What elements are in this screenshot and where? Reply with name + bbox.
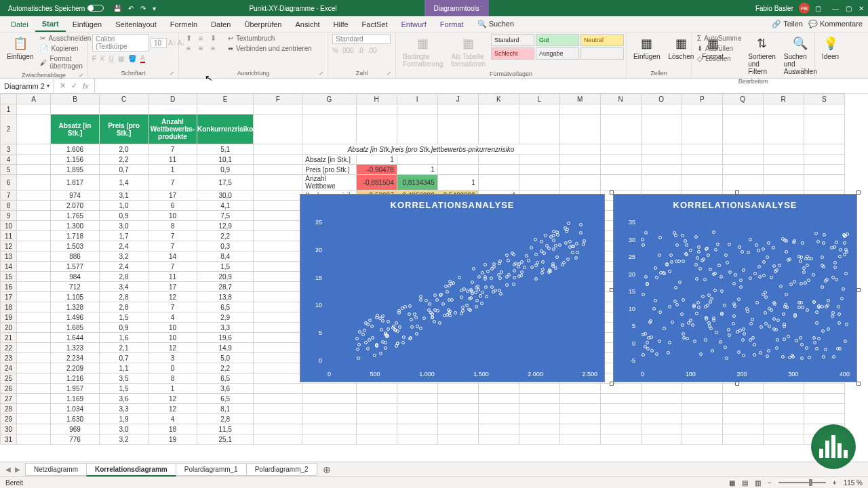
tab-ueberpruefen[interactable]: Überprüfen xyxy=(237,18,288,31)
grow-font-icon[interactable]: A↑ xyxy=(168,39,176,47)
cut-button[interactable]: ✂ Ausschneiden xyxy=(39,34,92,43)
zoom-level[interactable]: 115 % xyxy=(844,479,863,487)
tab-datei[interactable]: Datei xyxy=(4,18,35,31)
align-top-icon[interactable]: ⬆ xyxy=(183,34,194,43)
minimize-icon[interactable]: — xyxy=(832,5,839,12)
zoom-out-icon[interactable]: − xyxy=(768,479,772,487)
sheet-tab[interactable]: Polardiagramm_1 xyxy=(176,463,247,476)
view-page-icon[interactable]: ▤ xyxy=(742,479,748,487)
ideas-button[interactable]: 💡Ideen xyxy=(819,34,842,62)
paste-button[interactable]: 📋Einfügen xyxy=(4,34,36,62)
sheet-tab-bar: ◀▶ Netzdiagramm Korrelationsdiagramm Pol… xyxy=(0,462,868,476)
tab-daten[interactable]: Daten xyxy=(204,18,237,31)
border-icon[interactable]: ▦ xyxy=(118,55,124,62)
font-size-select[interactable]: 10 xyxy=(151,38,167,48)
fill-color-icon[interactable]: 🪣 xyxy=(128,55,136,62)
ribbon: 📋Einfügen ✂ Ausschneiden 📄 Kopieren 🖌 Fo… xyxy=(0,33,868,79)
copy-button[interactable]: 📄 Kopieren xyxy=(39,44,92,53)
save-icon[interactable]: 💾 xyxy=(113,5,121,12)
fx-icon[interactable]: fx xyxy=(83,82,89,90)
tab-format[interactable]: Format xyxy=(433,18,471,31)
worksheet-grid[interactable]: ABCDEFGHIJKLMNOPQRS12Absatz [in Stk.]Pre… xyxy=(0,94,868,446)
name-box[interactable]: Diagramm 2▾ xyxy=(0,79,54,93)
sheet-tab[interactable]: Polardiagramm_2 xyxy=(246,463,317,476)
sort-filter-button[interactable]: ⇅Sortieren und Filtern xyxy=(745,34,778,77)
chart-tools-context: Diagrammtools xyxy=(425,0,489,16)
chart-korrelation-1[interactable]: KORRELATIONSANALYSE 2520151050 05001.000… xyxy=(300,194,605,382)
tab-hilfe[interactable]: Hilfe xyxy=(327,18,355,31)
enter-formula-icon[interactable]: ✓ xyxy=(71,81,77,90)
format-as-table-button[interactable]: ▦Als Tabelle formatieren xyxy=(448,34,488,69)
tab-factset[interactable]: FactSet xyxy=(355,18,395,31)
ribbon-display-icon[interactable]: ▢ xyxy=(815,5,821,12)
cell-style-gut[interactable]: Gut xyxy=(536,34,579,46)
sheet-tab[interactable]: Korrelationsdiagramm xyxy=(86,463,176,476)
view-normal-icon[interactable]: ▦ xyxy=(729,479,735,487)
maximize-icon[interactable]: ▢ xyxy=(846,5,852,12)
tab-formeln[interactable]: Formeln xyxy=(163,18,204,31)
redo-icon[interactable]: ↷ xyxy=(140,5,146,12)
number-format-select[interactable]: Standard xyxy=(332,34,391,44)
cell-style-neutral[interactable]: Neutral xyxy=(580,34,624,46)
search-box[interactable]: 🔍 Suchen xyxy=(471,17,521,31)
merge-center-button[interactable]: ⬌ Verbinden und zentrieren xyxy=(226,44,313,53)
tab-ansicht[interactable]: Ansicht xyxy=(288,18,326,31)
comments-button[interactable]: 💬 Kommentare xyxy=(808,20,863,28)
document-title: Punkt-XY-Diagramme · Excel xyxy=(249,5,336,12)
tab-seitenlayout[interactable]: Seitenlayout xyxy=(108,18,163,31)
sheet-tab[interactable]: Netzdiagramm xyxy=(25,463,87,476)
underline-button[interactable]: U xyxy=(109,55,114,62)
close-icon[interactable]: ✕ xyxy=(859,5,864,12)
qat-more-icon[interactable]: ▾ xyxy=(153,5,156,12)
sheet-nav-prev-icon[interactable]: ◀ xyxy=(5,466,11,473)
autosave-toggle[interactable]: Automatisches Speichern xyxy=(4,5,108,12)
sheet-nav-next-icon[interactable]: ▶ xyxy=(15,466,20,473)
watermark-logo xyxy=(811,424,856,469)
window-titlebar: Automatisches Speichern 💾 ↶ ↷ ▾ Punkt-XY… xyxy=(0,0,868,16)
wrap-text-button[interactable]: ↩ Textumbruch xyxy=(226,34,313,43)
tab-einfuegen[interactable]: Einfügen xyxy=(66,18,108,31)
insert-cells-button[interactable]: ▦Einfügen xyxy=(631,34,663,62)
conditional-format-button[interactable]: ▦Bedingte Formatierung xyxy=(400,34,446,69)
zoom-in-icon[interactable]: + xyxy=(833,479,837,487)
zoom-slider[interactable] xyxy=(778,482,826,483)
chart-korrelation-2[interactable]: KORRELATIONSANALYSE 35302520151050-5 010… xyxy=(613,194,857,382)
fill-button[interactable]: ⬇ Ausfüllen xyxy=(696,44,743,53)
undo-icon[interactable]: ↶ xyxy=(128,5,134,12)
cell-style-ausgabe[interactable]: Ausgabe xyxy=(536,47,579,60)
clear-button[interactable]: ◇ Löschen xyxy=(696,54,743,63)
cell-style-schlecht[interactable]: Schlecht xyxy=(491,47,534,60)
find-select-button[interactable]: 🔍Suchen und Auswählen xyxy=(781,34,820,77)
ribbon-tabs: Datei Start Einfügen Seitenlayout Formel… xyxy=(0,16,868,33)
autosum-button[interactable]: Σ AutoSumme xyxy=(696,34,743,43)
font-color-icon[interactable]: A xyxy=(140,54,145,63)
font-name-select[interactable]: Calibri (Textkörpe xyxy=(92,34,149,52)
italic-button[interactable]: K xyxy=(100,55,105,62)
share-button[interactable]: 🔗 Teilen xyxy=(772,20,803,28)
view-break-icon[interactable]: ▥ xyxy=(755,479,761,487)
cell-style-standard[interactable]: Standard xyxy=(491,34,534,46)
cell-style-more[interactable] xyxy=(580,47,624,60)
user-name[interactable]: Fabio Basler xyxy=(755,5,793,12)
format-painter-button[interactable]: 🖌 Format übertragen xyxy=(39,54,92,70)
cancel-formula-icon[interactable]: ✕ xyxy=(60,81,66,90)
tab-start[interactable]: Start xyxy=(35,17,66,32)
tab-entwurf[interactable]: Entwurf xyxy=(394,18,433,31)
status-bar: Bereit ▦ ▤ ▥ − + 115 % xyxy=(0,476,868,488)
status-ready: Bereit xyxy=(5,479,23,487)
user-avatar[interactable]: FB xyxy=(799,3,810,14)
add-sheet-button[interactable]: ⊕ xyxy=(317,464,336,475)
bold-button[interactable]: F xyxy=(92,55,96,62)
